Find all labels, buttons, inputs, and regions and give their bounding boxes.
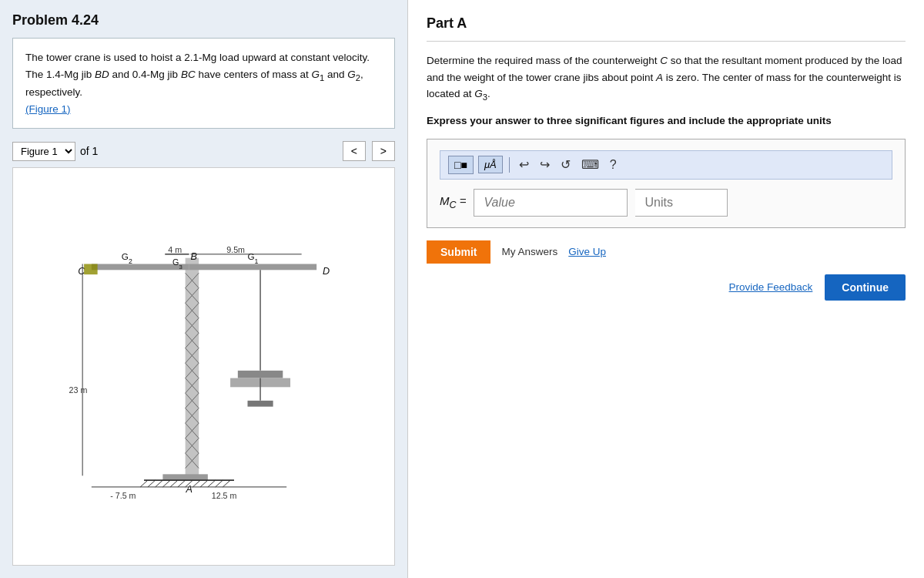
svg-line-60 <box>177 480 185 487</box>
toolbar-separator <box>509 157 510 173</box>
of-label: of 1 <box>80 145 98 157</box>
svg-rect-52 <box>162 474 207 480</box>
right-panel: Part A Determine the required mass of th… <box>408 0 924 578</box>
svg-line-63 <box>200 480 208 487</box>
answer-box: □■ μÅ ↩ ↪ ↺ ⌨ ? MC = <box>427 139 906 228</box>
matrix-button[interactable]: □■ <box>448 156 474 174</box>
figure-select-wrapper: Figure 1 of 1 <box>12 142 98 161</box>
units-input[interactable] <box>635 189 728 217</box>
submit-button[interactable]: Submit <box>427 240 490 264</box>
left-panel: Problem 4.24 The tower crane is used to … <box>0 0 408 578</box>
feedback-row: Provide Feedback Continue <box>427 274 906 301</box>
toolbar: □■ μÅ ↩ ↪ ↺ ⌨ ? <box>440 150 892 180</box>
next-button[interactable]: > <box>372 141 395 161</box>
main-container: Problem 4.24 The tower crane is used to … <box>0 0 924 578</box>
svg-text:- 7.5 m: - 7.5 m <box>110 490 136 499</box>
value-input[interactable] <box>474 189 628 217</box>
svg-line-58 <box>162 480 170 487</box>
svg-line-59 <box>170 480 178 487</box>
answer-row: MC = <box>440 189 892 217</box>
svg-line-56 <box>147 480 155 487</box>
answer-label: MC = <box>440 194 466 210</box>
svg-rect-34 <box>84 264 98 274</box>
svg-text:B: B <box>190 250 197 261</box>
svg-text:A: A <box>185 483 192 494</box>
svg-line-66 <box>223 480 230 487</box>
crane-diagram: D B G1 G2 C G3 4 m 9.5m <box>42 220 366 513</box>
svg-line-65 <box>215 480 223 487</box>
divider <box>427 41 906 42</box>
part-description: Determine the required mass of the count… <box>427 52 906 104</box>
svg-rect-42 <box>237 371 282 378</box>
figure-link[interactable]: (Figure 1) <box>25 103 71 115</box>
submit-row: Submit My Answers Give Up <box>427 240 906 264</box>
figure-select[interactable]: Figure 1 <box>12 142 75 161</box>
mu-button[interactable]: μÅ <box>478 156 503 173</box>
figure-area: D B G1 G2 C G3 4 m 9.5m <box>12 167 395 566</box>
svg-rect-27 <box>189 264 316 270</box>
svg-text:9.5m: 9.5m <box>226 245 245 254</box>
svg-line-57 <box>155 480 162 487</box>
give-up-link[interactable]: Give Up <box>568 246 606 257</box>
refresh-button[interactable]: ↺ <box>557 156 574 173</box>
problem-title: Problem 4.24 <box>12 12 395 29</box>
svg-line-64 <box>207 480 215 487</box>
svg-rect-45 <box>247 401 273 407</box>
problem-description: The tower crane is used to hoist a 2.1-M… <box>12 38 395 129</box>
svg-text:23 m: 23 m <box>69 385 87 395</box>
svg-line-55 <box>140 480 148 487</box>
svg-text:D: D <box>322 266 329 277</box>
continue-button[interactable]: Continue <box>825 274 906 301</box>
express-note: Express your answer to three significant… <box>427 115 906 126</box>
undo-button[interactable]: ↩ <box>516 156 532 173</box>
svg-text:G1: G1 <box>247 250 258 264</box>
svg-line-62 <box>192 480 200 487</box>
svg-text:4 m: 4 m <box>168 245 182 254</box>
desc-text: The tower crane is used to hoist a 2.1-M… <box>25 52 370 98</box>
svg-text:G2: G2 <box>121 250 132 264</box>
redo-button[interactable]: ↪ <box>537 156 553 173</box>
part-title: Part A <box>427 15 906 32</box>
help-button[interactable]: ? <box>607 156 620 173</box>
prev-button[interactable]: < <box>343 141 366 161</box>
my-answers-label: My Answers <box>501 246 557 257</box>
figure-controls: Figure 1 of 1 < > <box>12 141 395 161</box>
svg-text:12.5 m: 12.5 m <box>211 490 236 499</box>
provide-feedback-link[interactable]: Provide Feedback <box>729 281 813 293</box>
keyboard-button[interactable]: ⌨ <box>578 156 602 173</box>
